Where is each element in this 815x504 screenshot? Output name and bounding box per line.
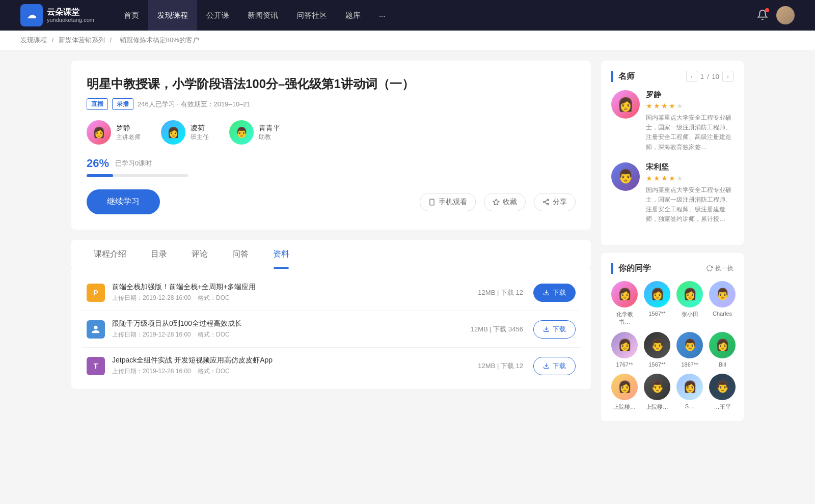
resource-meta-0: 上传日期：2019-12-28 16:00 格式：DOC xyxy=(112,294,478,302)
user-avatar-nav[interactable] xyxy=(776,6,795,24)
resource-icon-0: P xyxy=(87,284,105,302)
tab-intro[interactable]: 课程介绍 xyxy=(82,240,139,269)
teachers-panel-title: 名师 xyxy=(611,71,635,82)
resource-name-2: Jetpack全组件实战 开发短视频应用高仿皮皮虾App xyxy=(112,356,478,365)
teachers-next-button[interactable]: › xyxy=(722,71,734,82)
right-panel: 名师 ‹ 1/10 › 👩 罗静 ★ ★ ★ ★ ★ xyxy=(601,61,744,429)
classmate-10[interactable]: 👩 S… xyxy=(676,374,703,411)
instructor-role-2: 助教 xyxy=(259,133,280,142)
nav-item-more[interactable]: ··· xyxy=(370,0,395,31)
resource-item-0: P 前端全栈加强版！前端全栈+全周期+多端应用 上传日期：2019-12-28 … xyxy=(82,274,581,311)
favorite-button[interactable]: 收藏 xyxy=(484,193,526,211)
breadcrumb: 发现课程 / 新媒体营销系列 / 销冠修炼术搞定80%的客户 xyxy=(0,31,815,50)
teacher-desc-1: 国内某重点大学安全工程专业硕士，国家一级注册消防工程师、注册安全工程师、级注册建… xyxy=(646,185,734,225)
course-card: 明星中教授课，小学阶段语法100分–强化级第1讲动词（一） 直播 录播 246人… xyxy=(71,61,591,230)
tabs: 课程介绍 目录 评论 问答 资料 xyxy=(82,240,581,269)
download-button-2[interactable]: 下载 xyxy=(533,357,576,375)
classmates-header: 你的同学 换一换 xyxy=(611,263,734,274)
classmate-name-7: Bill xyxy=(719,361,726,368)
bell-icon[interactable] xyxy=(757,9,768,22)
svg-marker-2 xyxy=(493,199,499,205)
classmate-6[interactable]: 👨 1867** xyxy=(676,332,703,368)
teachers-prev-button[interactable]: ‹ xyxy=(686,71,697,82)
svg-line-6 xyxy=(545,202,547,203)
course-title: 明星中教授课，小学阶段语法100分–强化级第1讲动词（一） xyxy=(87,76,576,92)
tab-review[interactable]: 评论 xyxy=(179,240,220,269)
nav-item-quiz[interactable]: 题库 xyxy=(336,0,370,31)
svg-point-3 xyxy=(547,199,549,201)
classmate-7[interactable]: 👩 Bill xyxy=(709,332,736,368)
classmates-grid: 👩 化学教书… 👩 1567** 👩 张小田 👨 Charles 👩 xyxy=(611,281,734,411)
classmate-3[interactable]: 👨 Charles xyxy=(709,281,736,326)
tab-qa[interactable]: 问答 xyxy=(220,240,261,269)
nav-items: 首页 发现课程 公开课 新闻资讯 问答社区 题库 ··· xyxy=(115,0,757,31)
progress-pct: 26% xyxy=(87,157,109,170)
course-badges: 直播 录播 246人已学习 · 有效期至：2019–10–21 xyxy=(87,98,576,110)
classmates-panel: 你的同学 换一换 👩 化学教书… 👩 1567** 👩 张小 xyxy=(601,253,744,421)
instructor-role-1: 班主任 xyxy=(191,133,209,142)
continue-learning-button[interactable]: 继续学习 xyxy=(87,189,160,214)
tab-resources[interactable]: 资料 xyxy=(261,240,302,269)
resource-stats-0: 12MB | 下载 12 xyxy=(478,288,523,297)
teacher-item-0: 👩 罗静 ★ ★ ★ ★ ★ 国内某重点大学安全工程专业硕士，国家一级注册消防工… xyxy=(611,90,734,152)
classmate-1[interactable]: 👩 1567** xyxy=(644,281,670,326)
resource-meta-2: 上传日期：2019-12-28 16:00 格式：DOC xyxy=(112,367,478,376)
classmate-5[interactable]: 👨 1567** xyxy=(644,332,670,368)
teacher-avatar-0: 👩 xyxy=(611,90,640,119)
tab-catalog[interactable]: 目录 xyxy=(139,240,179,269)
instructor-name-2: 青青平 xyxy=(259,124,280,133)
svg-rect-0 xyxy=(430,199,434,205)
download-button-0[interactable]: 下载 xyxy=(533,284,576,302)
teacher-info-1: 宋利坚 ★ ★ ★ ★ ★ 国内某重点大学安全工程专业硕士，国家一级注册消防工程… xyxy=(646,162,734,225)
refresh-classmates-button[interactable]: 换一换 xyxy=(706,264,734,273)
resource-info-2: Jetpack全组件实战 开发短视频应用高仿皮皮虾App 上传日期：2019-1… xyxy=(112,356,478,376)
classmate-name-3: Charles xyxy=(713,311,732,317)
classmate-2[interactable]: 👩 张小田 xyxy=(676,281,703,326)
nav-item-qa[interactable]: 问答社区 xyxy=(287,0,336,31)
classmate-avatar-3: 👨 xyxy=(709,281,736,307)
teachers-panel-nav: ‹ 1/10 › xyxy=(686,71,734,82)
svg-line-7 xyxy=(545,200,547,201)
breadcrumb-link-1[interactable]: 发现课程 xyxy=(20,36,47,44)
tabs-container: 课程介绍 目录 评论 问答 资料 xyxy=(71,240,591,269)
classmate-name-0: 化学教书… xyxy=(611,311,638,326)
badge-live: 直播 xyxy=(87,98,108,110)
classmate-11[interactable]: 👨 …王平 xyxy=(709,374,736,411)
logo[interactable]: ☁ 云朵课堂 yunduoketang.com xyxy=(20,4,94,26)
logo-icon: ☁ xyxy=(20,4,43,26)
teacher-desc-0: 国内某重点大学安全工程专业硕士，国家一级注册消防工程师、注册安全工程师、高级注册… xyxy=(646,113,734,152)
classmate-8[interactable]: 👩 上院楼… xyxy=(611,374,638,411)
instructor-name-1: 凌荷 xyxy=(191,124,209,133)
teacher-item-1: 👨 宋利坚 ★ ★ ★ ★ ★ 国内某重点大学安全工程专业硕士，国家一级注册消防… xyxy=(611,162,734,225)
classmate-avatar-10: 👩 xyxy=(676,374,703,400)
teacher-name-0: 罗静 xyxy=(646,90,734,100)
nav-right xyxy=(757,6,795,24)
nav-item-news[interactable]: 新闻资讯 xyxy=(238,0,287,31)
navbar: ☁ 云朵课堂 yunduoketang.com 首页 发现课程 公开课 新闻资讯… xyxy=(0,0,815,31)
nav-item-discover[interactable]: 发现课程 xyxy=(148,0,197,31)
classmate-9[interactable]: 👨 上院楼… xyxy=(644,374,670,411)
classmate-avatar-6: 👨 xyxy=(676,332,703,358)
mobile-watch-button[interactable]: 手机观看 xyxy=(420,193,476,211)
share-button[interactable]: 分享 xyxy=(534,193,576,211)
classmate-avatar-1: 👩 xyxy=(644,281,670,307)
classmates-title: 你的同学 xyxy=(611,263,651,274)
classmate-0[interactable]: 👩 化学教书… xyxy=(611,281,638,326)
actions-row: 继续学习 手机观看 收藏 分享 xyxy=(87,189,576,214)
teachers-panel: 名师 ‹ 1/10 › 👩 罗静 ★ ★ ★ ★ ★ xyxy=(601,61,744,245)
classmate-4[interactable]: 👩 1767** xyxy=(611,332,638,368)
teacher-info-0: 罗静 ★ ★ ★ ★ ★ 国内某重点大学安全工程专业硕士，国家一级注册消防工程师… xyxy=(646,90,734,152)
download-button-1[interactable]: 下载 xyxy=(533,320,576,339)
svg-point-5 xyxy=(547,203,549,205)
classmate-avatar-11: 👨 xyxy=(709,374,736,400)
breadcrumb-link-2[interactable]: 新媒体营销系列 xyxy=(59,36,105,44)
classmate-avatar-7: 👩 xyxy=(709,332,736,358)
classmate-name-10: S… xyxy=(685,403,694,409)
classmate-name-6: 1867** xyxy=(681,361,698,368)
nav-item-open[interactable]: 公开课 xyxy=(197,0,238,31)
nav-item-home[interactable]: 首页 xyxy=(115,0,148,31)
resource-name-1: 跟随千万级项目从0到100全过程高效成长 xyxy=(112,319,471,328)
resource-name-0: 前端全栈加强版！前端全栈+全周期+多端应用 xyxy=(112,283,478,292)
instructor-avatar-0: 👩 xyxy=(87,120,111,145)
classmate-name-11: …王平 xyxy=(714,403,731,411)
